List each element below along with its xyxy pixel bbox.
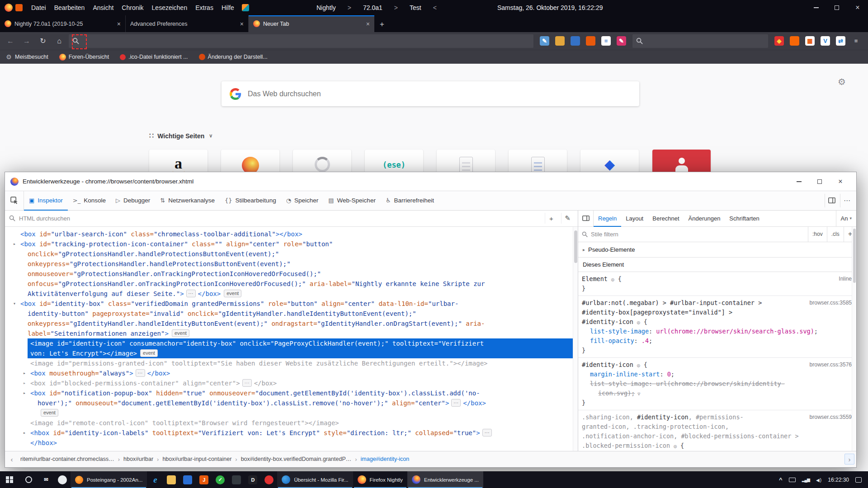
markup-line[interactable]: onkeypress="gProtectionsHandler.handlePr… [5,259,578,269]
sidebar-tab-schriftarten[interactable]: Schriftarten [725,211,764,226]
bookmark-item[interactable]: Änderung der Darstell... [199,54,268,60]
mail-icon[interactable]: ✉ [38,471,54,488]
forward-button[interactable]: → [20,34,33,48]
markup-line[interactable]: label="Seiteninformationen anzeigen">eve… [5,328,578,338]
pick-element-button[interactable] [5,191,24,210]
tool-tab-inspector[interactable]: ▣Inspektor [24,191,68,210]
markup-line[interactable]: onmouseover="gProtectionsHandler.onTrack… [5,269,578,279]
taskbar-task[interactable]: Firefox Nightly [353,471,408,488]
markup-line[interactable]: identity-button" pageproxystate="invalid… [5,309,578,319]
event-badge[interactable]: event [172,329,189,337]
event-badge[interactable]: event [41,409,58,417]
rule-line[interactable]: list-style-image: url(chrome://browser/s… [578,327,856,336]
rule-line[interactable]: } [578,346,856,355]
tab-close-icon[interactable]: × [240,20,244,28]
inline-ellipsis[interactable]: ⋯ [136,369,145,377]
markup-line[interactable]: von: Let's Encrypt"></image>event [28,348,578,358]
network-icon[interactable]: ▂▄▆ [802,478,810,482]
sidebar-tab-regeln[interactable]: Regeln [594,211,621,226]
inline-ellipsis[interactable]: ⋯ [451,399,461,407]
markup-line[interactable]: <image id="permissions-granted-icon" too… [5,358,578,368]
breadcrumb-scroll-left-icon[interactable]: ‹ [7,454,17,465]
action-center-icon[interactable] [855,477,862,483]
markup-line[interactable]: onfocus="gProtectionsHandler.onTrackingP… [5,279,578,289]
grid-colors-icon[interactable]: ▦ [805,36,815,46]
markup-line[interactable]: onkeypress="gIdentityHandler.handleIdent… [5,319,578,328]
close-button[interactable]: × [830,174,851,189]
taskbar-clock[interactable]: 16:22:30 [828,477,849,483]
breadcrumb-scroll-right-icon[interactable]: › [844,454,854,465]
devtools-titlebar[interactable]: Entwicklerwerkzeuge - chrome://browser/c… [5,172,856,191]
stylesheet-link[interactable]: browser.css:3559 [810,413,852,422]
rule-line[interactable]: fill-opacity: .4; [578,336,856,346]
twisty-icon[interactable]: ▸ [13,239,16,249]
markup-line[interactable]: <box id="urlbar-search-icon" class="chro… [5,229,578,239]
url-input[interactable] [83,38,530,44]
orange-j-app-icon[interactable]: J [196,471,212,488]
class-toggle[interactable]: .cls [827,226,844,242]
pseudo-elements-header[interactable]: ▸ Pseudo-Elemente [578,242,856,258]
rule-line[interactable]: Element ◎ {Inline [578,274,856,284]
pseudo-class-toggle[interactable]: :hov [808,226,827,242]
edge-browser-icon[interactable]: e [147,471,163,488]
breadcrumb-item[interactable]: image#identity-icon [357,456,413,462]
markup-line[interactable]: event [5,408,578,418]
split-console-icon[interactable] [825,194,838,207]
menu-lesezeichen[interactable]: Lesezeichen [148,0,192,15]
search-input[interactable] [646,38,764,44]
scrollbar-thumb[interactable] [853,229,856,283]
search-bar[interactable] [632,34,768,48]
sync-blue-icon[interactable]: ⇄ [836,36,845,46]
meatball-menu-icon[interactable]: ⋯ [840,194,854,207]
url-bar[interactable] [69,34,533,48]
style-filter-input[interactable] [591,231,808,238]
tab-close-icon[interactable]: × [117,20,121,28]
menu-chronik[interactable]: Chronik [118,0,147,15]
tool-tab-network[interactable]: ⇅Netzwerkanalyse [155,191,220,210]
html-search-input[interactable] [19,215,541,222]
red-app-icon[interactable] [261,471,277,488]
tool-tab-style[interactable]: {}Stilbearbeitung [220,191,281,210]
tab-close-icon[interactable]: × [366,20,370,28]
close-button[interactable]: × [847,0,868,15]
bookmark-item[interactable]: .ico-Datei funktioniert ... [120,54,188,60]
markup-line[interactable]: onclick="gProtectionsHandler.handleProte… [5,249,578,259]
breadcrumb-item[interactable]: box#identity-box.verifiedDomain.grantedP… [237,456,355,462]
sidebar-tab-layout[interactable]: Layout [621,211,648,226]
browser-tab[interactable]: Neuer Tab× [249,15,374,32]
extension-flag-icon[interactable] [242,4,249,11]
start-button[interactable] [0,471,19,488]
folder-amber-icon[interactable] [555,36,565,46]
stylesheet-link[interactable]: browser.css:3576 [810,360,852,370]
browser-tab[interactable]: Nightly 72.0a1 (2019-10-25× [0,15,126,32]
inline-ellipsis[interactable]: ⋯ [186,290,196,297]
list-blue-icon[interactable]: ≡ [601,36,611,46]
markup-line[interactable]: ▸<hbox id="identity-icon-labels" tooltip… [5,428,578,438]
flame-orange-icon[interactable] [790,36,799,46]
rule-line[interactable]: #urlbar:not(.megabar) > #urlbar-input-co… [578,298,856,308]
app-badge-icon[interactable] [15,4,23,11]
apple-icon[interactable] [54,471,71,488]
v-blue-icon[interactable]: V [821,36,830,46]
rule-line[interactable]: granted-icon, .tracking-protection-icon, [578,422,856,432]
twisty-icon[interactable]: ▸ [23,428,26,438]
breadcrumb-item[interactable]: hbox#urlbar [120,456,157,462]
taskbar-inbox-window[interactable]: Posteingang - 2002An... [71,471,147,488]
web-search-box[interactable] [222,81,639,106]
folder-blue-icon[interactable] [571,36,580,46]
tray-expand-icon[interactable]: ^ [779,476,783,483]
inline-ellipsis[interactable]: ⋯ [242,379,252,387]
new-tab-button[interactable]: + [374,17,390,32]
green-check-app-icon[interactable]: ✓ [212,471,228,488]
tool-tab-memory[interactable]: ◔Speicher [281,191,324,210]
dark-app-icon[interactable] [228,471,245,488]
maximize-button[interactable] [826,0,847,15]
orange-tile-icon[interactable] [586,36,595,46]
bookmark-item[interactable]: ⚙Meistbesucht [5,54,48,61]
scrollbar-thumb[interactable] [574,230,577,263]
taskbar-task[interactable]: Übersicht - Mozilla Fir... [277,471,353,488]
blue-app-icon[interactable] [179,471,196,488]
file-explorer-icon[interactable] [163,471,179,488]
sidebar-tab-an[interactable]: An▾ [836,211,856,226]
rule-line[interactable]: } [578,398,856,408]
